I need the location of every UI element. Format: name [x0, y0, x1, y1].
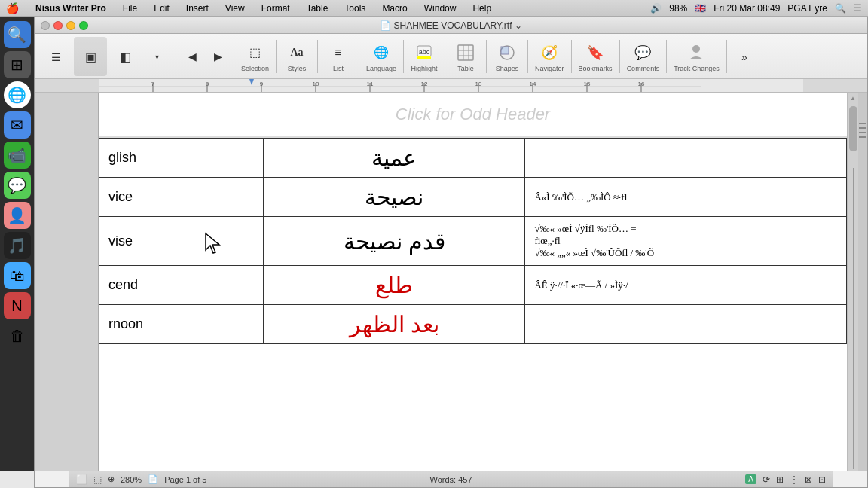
selection-button[interactable]: ⬚ Selection — [238, 37, 272, 76]
menu-help[interactable]: Help — [469, 2, 494, 14]
english-text-3: vise — [108, 233, 133, 249]
scrollbar-thumb[interactable] — [849, 106, 857, 151]
english-cell-4[interactable]: cend — [99, 266, 264, 305]
title-chevron[interactable]: ⌄ — [515, 20, 522, 31]
statusbar-autosave-icon[interactable]: ⟳ — [763, 474, 770, 485]
highlight-label: Highlight — [411, 65, 438, 72]
extra-cell-1[interactable] — [525, 139, 847, 178]
extra-text-4: ÂÊ ÿ·//·Ï «·œ—Ã / »Ìÿ·/ — [534, 279, 628, 291]
extra-cell-5[interactable] — [525, 305, 847, 344]
bookmarks-button[interactable]: 🔖 Bookmarks — [576, 37, 616, 76]
toolbar-separator-3 — [276, 40, 277, 73]
svg-rect-9 — [501, 47, 509, 54]
view-layout-button[interactable]: ◧ — [108, 37, 142, 76]
sidebar-nisus[interactable]: N — [4, 292, 31, 319]
sidebar-finder[interactable]: 🔍 — [4, 21, 31, 48]
track-changes-label: Track Changes — [674, 65, 720, 72]
nav-back-button[interactable]: ◀ — [180, 46, 204, 67]
statusbar-zoom-icon[interactable]: ⊕ — [108, 474, 115, 484]
table-button[interactable]: Table — [449, 37, 482, 76]
statusbar-view-icon[interactable]: ⊡ — [818, 474, 826, 485]
sidebar-messages[interactable]: 💬 — [4, 172, 31, 199]
menu-insert[interactable]: Insert — [183, 2, 212, 14]
english-cell-2[interactable]: vice — [99, 178, 264, 217]
extra-cell-2[interactable]: Â«Ì ‰'ÌÕ… „‰ÌÔ ≈·fl — [525, 178, 847, 217]
language-button[interactable]: 🌐 Language — [363, 37, 399, 76]
statusbar-layout-icon[interactable]: ⬜ — [76, 474, 87, 485]
highlight-button[interactable]: abc Highlight — [408, 37, 441, 76]
toolbar-separator-5 — [359, 40, 359, 73]
svg-text:13: 13 — [475, 81, 482, 87]
menu-format[interactable]: Format — [258, 2, 293, 14]
arabic-cell-4[interactable]: طلع — [264, 266, 525, 305]
toolbar-separator-2 — [234, 40, 234, 73]
extra-cell-3[interactable]: √‰« »œÌ √ÿÌfl ‰'ÌÕ… =fiœ„·fl√‰« „„« »œÌ … — [525, 217, 847, 266]
menu-tools[interactable]: Tools — [341, 2, 368, 14]
styles-button[interactable]: Aa Styles — [280, 37, 313, 76]
svg-text:8: 8 — [206, 81, 209, 87]
table-row: cend طلع ÂÊ ÿ·//·Ï «·œ—Ã / »Ìÿ·/ — [99, 266, 847, 305]
nav-forward-button[interactable]: ▶ — [206, 46, 230, 67]
ruler: 7 8 9 10 11 12 13 14 15 16 — [35, 79, 867, 93]
battery-status: 98% — [669, 3, 687, 14]
list-button[interactable]: ≡ List — [322, 37, 355, 76]
statusbar-page-info: Page 1 of 5 — [164, 475, 206, 484]
statusbar-spelling-icon[interactable]: A — [745, 474, 756, 484]
track-changes-button[interactable]: Track Changes — [671, 37, 723, 76]
statusbar-layout-icon2[interactable]: ⬚ — [93, 474, 102, 485]
menu-macro[interactable]: Macro — [379, 2, 410, 14]
extra-cell-4[interactable]: ÂÊ ÿ·//·Ï «·œ—Ã / »Ìÿ·/ — [525, 266, 847, 305]
minimize-button[interactable] — [66, 21, 75, 30]
arabic-cell-5[interactable]: بعد الظهر — [264, 305, 525, 344]
navigator-button[interactable]: 🧭 Navigator — [532, 37, 567, 76]
arabic-cell-3[interactable]: قدم نصيحة — [264, 217, 525, 266]
odd-header-area[interactable]: Click for Odd Header — [99, 93, 847, 138]
page[interactable]: Click for Odd Header glish عمية — [99, 93, 847, 471]
sidebar-contacts[interactable]: 👤 — [4, 202, 31, 229]
close-button[interactable] — [41, 21, 50, 30]
shapes-button[interactable]: Shapes — [491, 37, 524, 76]
arabic-cell-1[interactable]: عمية — [264, 139, 525, 178]
arabic-cell-2[interactable]: نصيحة — [264, 178, 525, 217]
table-row: vice نصيحة Â«Ì ‰'ÌÕ… „‰ÌÔ ≈·fl — [99, 178, 847, 217]
app-name[interactable]: Nisus Writer Pro — [32, 2, 109, 14]
toolbar-sidebar-toggle[interactable]: ☰ — [39, 37, 72, 76]
english-cell-3[interactable]: vise — [99, 217, 264, 266]
sidebar-chrome[interactable]: 🌐 — [4, 81, 31, 108]
menu-file[interactable]: File — [120, 2, 140, 14]
menu-table[interactable]: Table — [304, 2, 332, 14]
flag-icon[interactable]: 🇬🇧 — [695, 3, 706, 14]
english-cell-1[interactable]: glish — [99, 139, 264, 178]
comments-button[interactable]: 💬 Comments — [624, 37, 663, 76]
menu-edit[interactable]: Edit — [151, 2, 173, 14]
volume-icon[interactable]: 🔊 — [650, 3, 662, 14]
left-margin — [35, 93, 99, 471]
view-dropdown-button[interactable]: ▾ — [143, 37, 170, 76]
maximize-button[interactable] — [79, 21, 88, 30]
menu-view[interactable]: View — [222, 2, 248, 14]
menu-extras-icon[interactable]: ☰ — [854, 3, 862, 14]
sidebar-appstore[interactable]: 🛍 — [4, 262, 31, 289]
close-button-active[interactable] — [53, 21, 63, 30]
document-area: Click for Odd Header glish عمية — [35, 93, 867, 471]
sidebar-mail[interactable]: ✉ — [4, 111, 31, 139]
toolbar-overflow-button[interactable]: » — [731, 37, 758, 76]
vocabulary-table: glish عمية vice — [99, 138, 847, 344]
english-cell-5[interactable]: rnoon — [99, 305, 264, 344]
statusbar-word-count: Words: 457 — [429, 475, 472, 484]
statusbar-marks-icon[interactable]: ⋮ — [790, 474, 799, 485]
sidebar-facetime[interactable]: 📹 — [4, 142, 31, 169]
sidebar-trash[interactable]: 🗑 — [4, 322, 31, 349]
traffic-lights — [35, 21, 88, 30]
statusbar-rulers-icon[interactable]: ⊠ — [805, 474, 812, 485]
view-normal-button[interactable]: ▣ — [74, 37, 107, 76]
statusbar-grid-icon[interactable]: ⊞ — [776, 474, 784, 485]
toolbar-separator-10 — [571, 40, 572, 73]
sidebar-music[interactable]: 🎵 — [4, 232, 31, 259]
mac-sidebar: 🔍 ⊞ 🌐 ✉ 📹 💬 👤 🎵 🛍 N 🗑 — [0, 17, 34, 471]
search-icon[interactable]: 🔍 — [835, 3, 846, 14]
apple-menu[interactable]: 🍎 — [6, 2, 19, 14]
menu-window[interactable]: Window — [421, 2, 460, 14]
sidebar-launchpad[interactable]: ⊞ — [4, 51, 31, 78]
arabic-text-3: قدم نصيحة — [344, 229, 445, 254]
